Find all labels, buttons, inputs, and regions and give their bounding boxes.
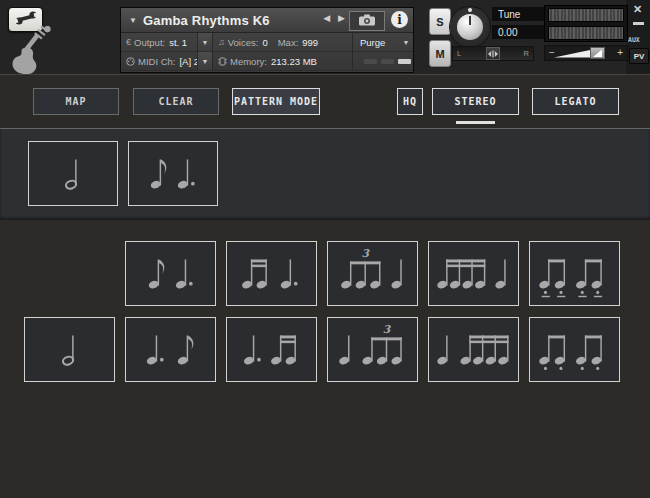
purge-menu[interactable]: Purge ▼ — [353, 33, 413, 52]
mute-button[interactable]: M — [429, 40, 451, 67]
purge-meter-segment — [364, 59, 377, 64]
next-instrument-arrow[interactable]: ▶ — [334, 13, 349, 23]
pattern-cell-row1-e8_dq[interactable] — [125, 241, 216, 306]
midi-dropdown-caret[interactable]: ▼ — [197, 52, 212, 70]
memory-chip-icon — [218, 52, 227, 70]
tune-value[interactable]: 0.00 — [492, 25, 544, 39]
close-button[interactable]: ✕ — [633, 3, 642, 16]
pattern-cell-row1-trip3_q[interactable]: 3 — [327, 241, 418, 306]
legato-button[interactable]: LEGATO — [532, 88, 619, 115]
voices-readout: ♫ Voices: 0 Max: 999 — [213, 33, 353, 52]
instrument-header: ▼ Gamba Rhythms K6 ◀ ▶ — [0, 0, 650, 74]
voices-value: 0 — [262, 37, 267, 48]
level-meters — [544, 5, 628, 42]
solo-button[interactable]: S — [429, 8, 451, 35]
pv-button[interactable]: PV — [629, 48, 649, 64]
pan-right-label: R — [524, 49, 529, 58]
minimize-button[interactable] — [633, 22, 644, 25]
pattern-cell-row2-dq_s16x2[interactable] — [226, 317, 317, 382]
pattern-cell-row1-e8pairs_portato[interactable] — [529, 241, 620, 306]
voices-icon: ♫ — [218, 38, 225, 47]
clear-button[interactable]: CLEAR — [133, 88, 219, 115]
svg-text:3: 3 — [382, 322, 391, 335]
camera-icon — [358, 12, 376, 30]
instrument-title: Gamba Rhythms K6 — [143, 13, 270, 28]
svg-text:3: 3 — [361, 246, 370, 259]
purge-meter-segment — [398, 59, 411, 64]
voices-label: Voices: — [228, 37, 259, 48]
output-label: Output: — [134, 37, 165, 48]
max-label: Max: — [278, 37, 299, 48]
pattern-cell-row2-q_trip3[interactable]: 3 — [327, 317, 418, 382]
output-select[interactable]: € Output: st. 1 ▼ — [121, 33, 213, 52]
output-dropdown-caret[interactable]: ▼ — [197, 33, 212, 51]
output-icon: € — [126, 38, 131, 47]
pattern-cell-row2-q_s16x4[interactable] — [428, 317, 519, 382]
pattern-cell-row1-s16x2_dq[interactable] — [226, 241, 317, 306]
purge-mini-meters — [364, 59, 411, 64]
max-value: 999 — [302, 37, 318, 48]
map-button[interactable]: MAP — [33, 88, 119, 115]
selected-pattern-e8_dq[interactable] — [128, 141, 218, 206]
pattern-cell-row2-dq_e8[interactable] — [125, 317, 216, 382]
info-icon: i — [397, 13, 402, 27]
meter-bar-left — [548, 8, 624, 22]
instrument-panel: ▼ Gamba Rhythms K6 ◀ ▶ — [120, 7, 414, 73]
purge-meter-cell — [353, 52, 413, 71]
aux-button[interactable]: AUX — [628, 36, 640, 44]
hq-button[interactable]: HQ — [397, 88, 423, 115]
instrument-collapse-caret[interactable]: ▼ — [129, 16, 137, 25]
pan-slider[interactable]: L R — [452, 46, 534, 61]
pan-handle[interactable] — [486, 47, 500, 60]
purge-meter-segment — [381, 59, 394, 64]
pattern-cell-row2-half[interactable] — [24, 317, 115, 382]
selected-pattern-half[interactable] — [28, 141, 118, 206]
pattern-cell-row1-s16x4_q[interactable] — [428, 241, 519, 306]
volume-slider[interactable]: − + — [544, 45, 628, 61]
instrument-titlebar[interactable]: ▼ Gamba Rhythms K6 ◀ ▶ — [121, 8, 413, 33]
memory-label: Memory: — [230, 56, 267, 67]
meter-bar-right — [548, 26, 624, 40]
volume-handle[interactable] — [590, 47, 605, 59]
output-value: st. 1 — [169, 37, 187, 48]
violin-icon — [4, 26, 60, 80]
midi-icon — [126, 52, 135, 70]
pan-left-label: L — [457, 49, 461, 58]
purge-label: Purge — [360, 37, 385, 48]
stereo-active-underline — [456, 121, 495, 124]
tune-knob[interactable] — [450, 7, 490, 47]
purge-dropdown-caret[interactable]: ▼ — [399, 33, 413, 51]
pattern-mode-button[interactable]: PATTERN MODE — [232, 88, 320, 115]
tune-label: Tune — [492, 7, 544, 21]
prev-instrument-arrow[interactable]: ◀ — [319, 13, 334, 23]
midi-label: MIDI Ch: — [138, 56, 175, 67]
toolbar: MAP CLEAR PATTERN MODE HQ STEREO LEGATO — [0, 74, 650, 128]
instrument-info-rows: € Output: st. 1 ▼ ♫ Voices: 0 Max: 999 P… — [121, 33, 413, 71]
kontakt-instrument-window: ▼ Gamba Rhythms K6 ◀ ▶ — [0, 0, 650, 498]
memory-readout: Memory: 213.23 MB — [213, 52, 353, 71]
midi-channel-select[interactable]: MIDI Ch: [A] 2 ▼ — [121, 52, 213, 71]
volume-wedge — [545, 47, 625, 59]
info-button[interactable]: i — [391, 11, 408, 28]
pattern-cell-row2-e8pairs_staccato[interactable] — [529, 317, 620, 382]
tune-knob-marker — [468, 8, 472, 12]
snapshot-camera-button[interactable] — [349, 11, 385, 31]
tune-knob-pointer — [469, 16, 471, 25]
memory-value: 213.23 MB — [271, 56, 317, 67]
stereo-button[interactable]: STEREO — [432, 88, 519, 115]
